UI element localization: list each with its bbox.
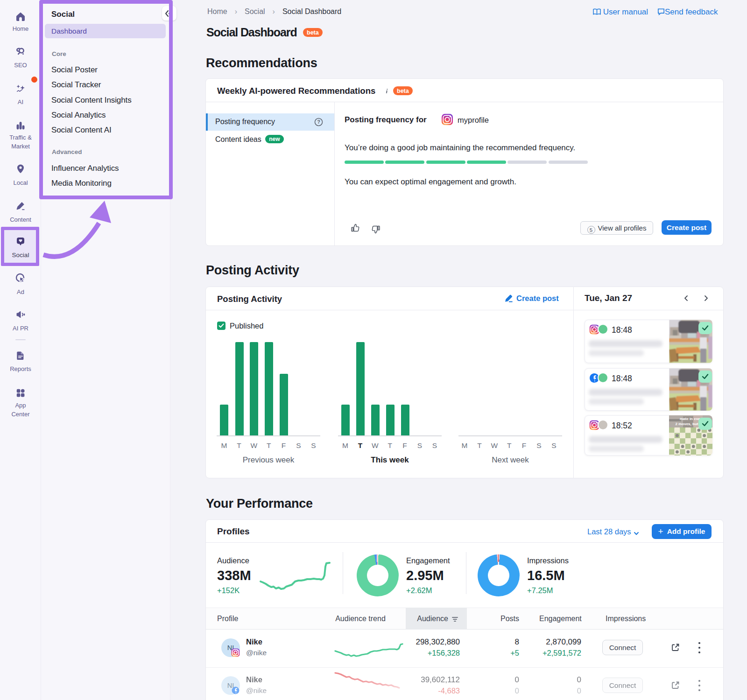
- svg-text:?: ?: [317, 119, 320, 125]
